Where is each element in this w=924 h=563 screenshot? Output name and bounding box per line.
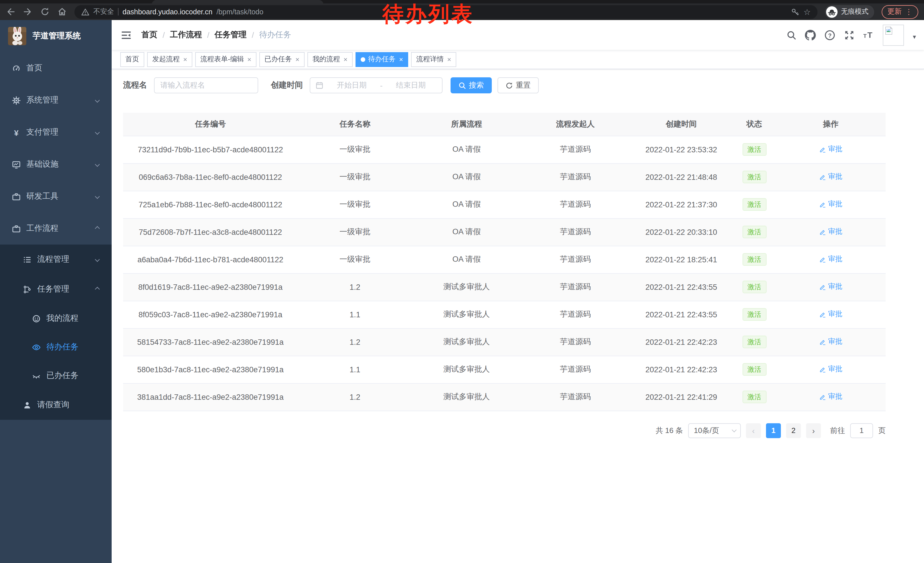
task-id-cell: 069c6a63-7b8a-11ec-8ef0-acde48001122 [123,163,298,191]
status-badge: 激活 [742,171,766,183]
tab-流程详情[interactable]: 流程详情× [411,52,456,67]
approve-link[interactable]: 审批 [819,337,842,347]
page-size-select[interactable]: 10条/页 [688,423,741,438]
sidebar-item-infrastructure[interactable]: 基础设施 [0,148,112,180]
action-cell: 审批 [776,328,886,356]
approve-link[interactable]: 审批 [819,282,842,292]
action-cell: 审批 [776,218,886,246]
breadcrumb-separator: / [252,30,254,39]
column-header: 流程发起人 [521,113,630,136]
update-label: 更新 [887,7,902,17]
hamburger-icon[interactable] [121,30,132,41]
font-size-icon[interactable]: TT [864,30,874,41]
tab-label: 我的流程 [313,54,340,64]
breadcrumb-item[interactable]: 工作流程 [170,30,202,40]
sidebar-item-devtools[interactable]: 研发工具 [0,180,112,213]
sidebar-item-workflow[interactable]: 工作流程 [0,213,112,245]
action-cell: 审批 [776,191,886,218]
approve-link[interactable]: 审批 [819,365,842,374]
sidebar-item-payment[interactable]: ¥支付管理 [0,116,112,148]
avatar[interactable] [883,24,904,45]
back-icon[interactable] [6,7,15,17]
approve-label: 审批 [828,145,842,155]
action-cell: 审批 [776,246,886,273]
annotation-overlay-text: 待办列表 [382,3,474,26]
update-button[interactable]: 更新 ⋮ [882,5,918,19]
todo-table: 任务编号任务名称所属流程流程发起人创建时间状态操作 73211d9d-7b9b-… [123,113,886,411]
sidebar-item-home[interactable]: 首页 [0,52,112,84]
github-icon[interactable] [805,30,816,41]
home-icon[interactable] [57,7,67,17]
created-time-cell: 2022-01-22 21:37:30 [630,191,733,218]
approve-link[interactable]: 审批 [819,145,842,155]
approve-link[interactable]: 审批 [819,227,842,237]
tab-已办任务[interactable]: 已办任务× [260,52,304,67]
main-area: 首页/工作流程/任务管理/待办任务 ? TT ▾ 首页发起流程×流程表单-编辑×… [112,20,924,563]
tab-首页[interactable]: 首页 [120,52,144,67]
forward-icon[interactable] [23,7,33,17]
breadcrumb-item[interactable]: 任务管理 [214,30,247,40]
sidebar-logo[interactable]: 芋道管理系统 [0,20,112,52]
sidebar-item-task-mgmt[interactable]: 任务管理 [0,274,112,304]
close-icon[interactable]: × [183,56,187,63]
tab-label: 首页 [125,54,139,64]
page-number-1[interactable]: 1 [766,423,781,438]
table-row: a6aba0a4-7b6d-11ec-b781-acde48001122一级审批… [123,246,886,273]
security-label[interactable]: 不安全 [93,7,114,17]
close-icon[interactable]: × [296,56,299,63]
breadcrumb: 首页/工作流程/任务管理/待办任务 [141,30,291,40]
end-date-placeholder[interactable]: 结束日期 [385,80,437,90]
help-icon[interactable]: ? [825,30,836,41]
svg-text:T: T [864,33,867,39]
pagination: 共 16 条 10条/页 ‹ 12 › 前往 1 页 [123,423,886,449]
browser-menu-dots-icon[interactable]: ⋮ [905,8,912,15]
sidebar-item-my-process[interactable]: 我的流程 [0,304,112,333]
approve-label: 审批 [828,309,842,319]
chevron-down-icon [95,257,100,262]
tab-发起流程[interactable]: 发起流程× [147,52,192,67]
search-button[interactable]: 搜索 [450,77,492,93]
search-icon[interactable] [787,30,796,40]
close-icon[interactable]: × [248,56,251,63]
next-page-button[interactable]: › [806,423,821,438]
column-header: 创建时间 [630,113,733,136]
close-icon[interactable]: × [344,56,348,63]
sidebar-item-done-task[interactable]: 已办任务 [0,362,112,390]
close-icon[interactable]: × [447,56,451,63]
process-cell: 测试多审批人 [412,301,521,328]
page-number-2[interactable]: 2 [786,423,801,438]
breadcrumb-item[interactable]: 首页 [141,30,158,40]
incognito-icon [826,6,837,18]
action-cell: 审批 [776,136,886,163]
sidebar-item-leave-query[interactable]: 请假查询 [0,390,112,420]
fullscreen-icon[interactable] [844,30,855,41]
task-name-cell: 1.1 [298,301,412,328]
close-icon[interactable]: × [399,56,403,63]
status-badge: 激活 [742,143,766,156]
tab-流程表单-编辑[interactable]: 流程表单-编辑× [195,52,256,67]
approve-link[interactable]: 审批 [819,309,842,319]
approve-link[interactable]: 审批 [819,172,842,182]
filter-form: 流程名 请输入流程名 创建时间 开始日期 - 结束日期 搜索 [123,77,912,93]
table-row: 58154733-7ac8-11ec-a9e2-a2380e71991a1.2测… [123,328,886,356]
status-cell: 激活 [733,383,776,411]
reload-icon[interactable] [40,7,50,17]
sidebar-item-todo-task[interactable]: 待办任务 [0,333,112,362]
start-date-placeholder[interactable]: 开始日期 [326,80,378,90]
key-icon[interactable] [792,8,800,16]
date-range-picker[interactable]: 开始日期 - 结束日期 [310,77,442,93]
star-icon[interactable]: ☆ [804,8,811,16]
approve-link[interactable]: 审批 [819,200,842,209]
process-name-input[interactable]: 请输入流程名 [154,77,258,93]
tab-待办任务[interactable]: 待办任务× [356,52,408,67]
sidebar-item-process-mgmt[interactable]: 流程管理 [0,245,112,274]
goto-label: 前往 [830,425,845,435]
approve-link[interactable]: 审批 [819,392,842,402]
reset-button[interactable]: 重置 [498,77,539,93]
approve-link[interactable]: 审批 [819,255,842,264]
prev-page-button[interactable]: ‹ [746,423,761,438]
avatar-caret-down-icon[interactable]: ▾ [913,33,916,41]
sidebar-item-system[interactable]: 系统管理 [0,84,112,116]
goto-page-input[interactable]: 1 [850,423,873,438]
tab-我的流程[interactable]: 我的流程× [308,52,352,67]
